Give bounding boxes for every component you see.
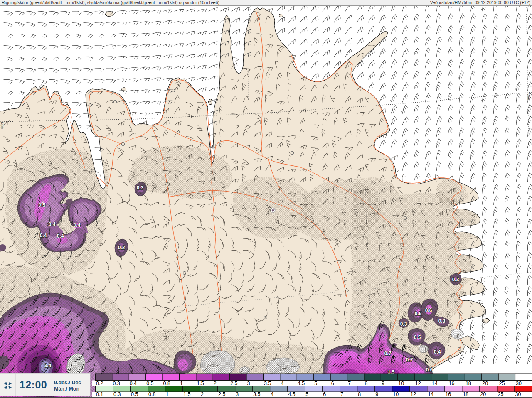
svg-text:4.5: 4.5 [288, 391, 295, 397]
svg-text:2: 2 [201, 391, 204, 397]
svg-text:30: 30 [516, 381, 522, 386]
svg-text:18: 18 [463, 391, 468, 397]
svg-text:3.5: 3.5 [264, 381, 271, 386]
svg-text:30: 30 [515, 391, 521, 397]
svg-text:0.4: 0.4 [49, 221, 56, 227]
svg-text:7: 7 [340, 391, 343, 397]
svg-text:0.6: 0.6 [426, 367, 433, 373]
svg-text:0.4: 0.4 [40, 233, 47, 238]
svg-text:10: 10 [393, 391, 399, 397]
svg-text:0.3: 0.3 [113, 381, 120, 386]
svg-text:16: 16 [445, 391, 451, 397]
svg-text:0.6: 0.6 [425, 307, 432, 313]
svg-text:5: 5 [314, 381, 317, 386]
svg-text:3: 3 [236, 391, 239, 397]
svg-text:1: 1 [166, 391, 169, 397]
svg-text:3.5: 3.5 [253, 391, 260, 397]
svg-text:0.5: 0.5 [39, 202, 46, 208]
svg-text:12: 12 [410, 391, 416, 397]
svg-text:1.5: 1.5 [197, 381, 204, 386]
svg-text:0.4: 0.4 [130, 381, 137, 386]
svg-text:66N: 66N [0, 122, 4, 129]
svg-text:12: 12 [415, 381, 421, 386]
svg-text:20: 20 [482, 381, 488, 386]
svg-text:6: 6 [331, 381, 334, 386]
svg-text:0.3: 0.3 [113, 391, 121, 397]
svg-text:20: 20 [480, 391, 486, 397]
svg-text:6: 6 [323, 391, 326, 397]
svg-text:0.4: 0.4 [57, 233, 64, 239]
svg-text:0.7: 0.7 [406, 357, 413, 363]
svg-text:0.8: 0.8 [148, 391, 155, 397]
svg-text:0.2: 0.2 [118, 245, 125, 251]
svg-text:0.7: 0.7 [384, 351, 392, 356]
svg-text:10: 10 [398, 381, 404, 386]
svg-text:5: 5 [305, 391, 308, 397]
svg-text:0.4: 0.4 [74, 222, 81, 228]
svg-text:1: 1 [180, 381, 183, 386]
svg-text:9.des./ Dec: 9.des./ Dec [54, 380, 81, 386]
svg-text:4: 4 [271, 391, 273, 397]
svg-text:0.5: 0.5 [146, 381, 153, 386]
svg-text:25: 25 [499, 381, 505, 386]
svg-text:0.3: 0.3 [452, 277, 459, 283]
svg-text:Rigning/skúrir (grænt/blátt/ra: Rigning/skúrir (grænt/blátt/rautt - mm/1… [2, 0, 219, 5]
svg-text:0.5: 0.5 [415, 311, 422, 317]
svg-text:3: 3 [247, 381, 250, 386]
svg-text:0.8: 0.8 [163, 381, 170, 386]
svg-text:14: 14 [428, 391, 433, 397]
svg-text:12:00: 12:00 [20, 379, 47, 391]
svg-text:0.1: 0.1 [96, 391, 103, 397]
svg-text:2.5: 2.5 [218, 391, 225, 397]
svg-text:0.4: 0.4 [434, 349, 441, 355]
svg-text:8: 8 [365, 381, 368, 386]
svg-text:0.3: 0.3 [137, 185, 144, 191]
svg-text:0.2: 0.2 [96, 381, 103, 386]
svg-text:Veðurstofan/HM750m: 09.12.2019: Veðurstofan/HM750m: 09.12.2019 00:00 UTC… [430, 0, 530, 5]
svg-text:0.5: 0.5 [414, 334, 421, 340]
svg-text:3.4: 3.4 [44, 363, 52, 369]
svg-text:8: 8 [358, 391, 361, 397]
svg-text:25: 25 [498, 391, 504, 397]
svg-text:1.5: 1.5 [183, 391, 190, 397]
svg-text:0.5: 0.5 [131, 391, 138, 397]
svg-text:9: 9 [382, 381, 384, 386]
svg-text:9: 9 [375, 391, 378, 397]
svg-text:2: 2 [214, 381, 217, 386]
svg-text:Mán./ Mon: Mán./ Mon [54, 386, 79, 392]
svg-text:14: 14 [432, 381, 438, 386]
svg-text:0.3: 0.3 [400, 321, 407, 327]
svg-text:0.3: 0.3 [438, 318, 446, 324]
svg-text:2.5: 2.5 [230, 381, 237, 386]
svg-text:4.5: 4.5 [298, 381, 305, 386]
svg-text:18: 18 [466, 381, 471, 386]
svg-text:16: 16 [449, 381, 455, 386]
svg-text:7: 7 [348, 381, 351, 386]
svg-text:4: 4 [281, 381, 283, 386]
